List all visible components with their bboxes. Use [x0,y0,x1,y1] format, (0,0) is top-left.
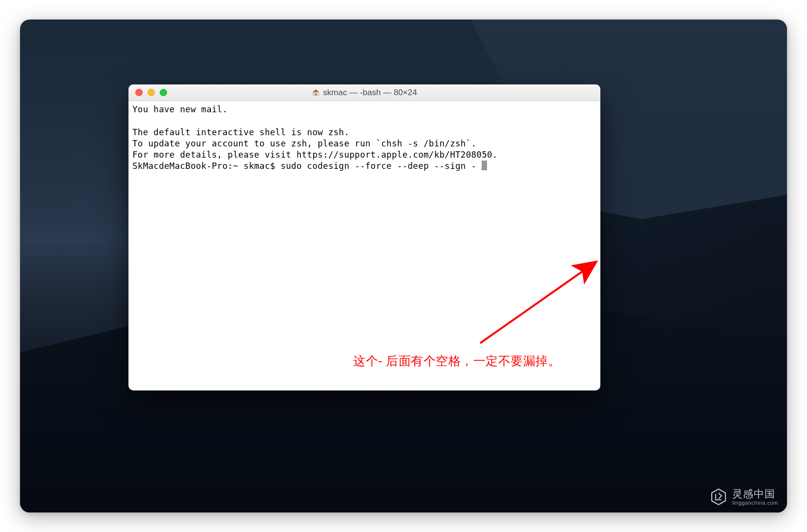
watermark-cn-text: 灵感中国 [732,488,778,499]
terminal-prompt: SkMacdeMacBook-Pro:~ skmac$ [132,161,280,171]
window-title: skmac — -bash — 80×24 [128,88,600,98]
minimize-button[interactable] [148,89,155,96]
window-title-text: skmac — -bash — 80×24 [323,88,417,98]
traffic-lights-group [128,89,167,96]
desktop-wallpaper-frame: skmac — -bash — 80×24 You have new mail.… [20,20,787,512]
maximize-button[interactable] [160,89,167,96]
annotation-label: 这个- 后面有个空格，一定不要漏掉。 [353,353,560,369]
watermark-logo-icon [709,487,728,507]
annotation-arrow [470,255,600,348]
terminal-line: The default interactive shell is now zsh… [132,127,349,137]
svg-line-1 [480,263,595,343]
watermark: 灵感中国 lingganchina.com [709,487,778,507]
svg-rect-0 [315,93,317,95]
terminal-cursor [482,161,487,170]
terminal-window[interactable]: skmac — -bash — 80×24 You have new mail.… [128,84,600,390]
watermark-text-group: 灵感中国 lingganchina.com [732,488,778,505]
terminal-content[interactable]: You have new mail. The default interacti… [128,101,600,175]
window-titlebar[interactable]: skmac — -bash — 80×24 [128,84,600,101]
home-folder-icon [312,88,320,97]
terminal-line: To update your account to use zsh, pleas… [132,139,476,148]
terminal-line: For more details, please visit https://s… [132,150,498,160]
close-button[interactable] [135,89,143,96]
terminal-line: You have new mail. [132,104,228,114]
watermark-en-text: lingganchina.com [732,500,778,506]
terminal-command: sudo codesign --force --deep --sign - [280,161,482,171]
